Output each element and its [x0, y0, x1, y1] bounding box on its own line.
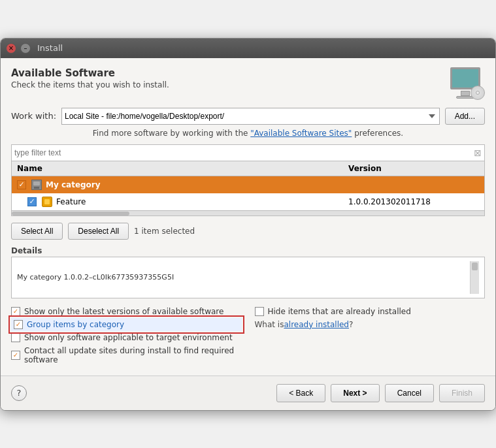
- select-all-button[interactable]: Select All: [11, 223, 63, 240]
- footer-buttons: < Back Next > Cancel Finish: [276, 384, 485, 402]
- header-text: Available Software Check the items that …: [11, 67, 169, 89]
- feature-version: 1.0.0.201302011718: [348, 197, 479, 206]
- footer-left: ?: [11, 385, 27, 401]
- col-name: Name: [17, 164, 348, 173]
- window-title: Install: [37, 43, 490, 53]
- contact-sites-label: Contact all update sites during install …: [24, 346, 242, 364]
- details-section: Details My category 1.0.0.2–cL0Ik6773593…: [11, 246, 485, 298]
- filter-row: ⊠: [11, 144, 485, 161]
- hide-installed-checkbox[interactable]: [255, 307, 264, 316]
- options-section: ✓ Show only the latest versions of avail…: [11, 305, 485, 366]
- show-latest-label: Show only the latest versions of availab…: [24, 307, 223, 316]
- header-section: Available Software Check the items that …: [11, 67, 485, 100]
- close-button[interactable]: ×: [6, 43, 16, 54]
- group-items-checkbox[interactable]: ✓: [14, 320, 23, 329]
- deselect-all-button[interactable]: Deselect All: [68, 223, 129, 240]
- monitor-icon: [446, 67, 485, 100]
- add-button[interactable]: Add...: [445, 108, 485, 125]
- details-label: Details: [11, 246, 485, 255]
- footer-section: ? < Back Next > Cancel Finish: [1, 376, 495, 410]
- work-with-select[interactable]: Local Site - file:/home/vogella/Desktop/…: [61, 108, 440, 125]
- software-sites-text: Find more software by working with the: [93, 129, 250, 138]
- selected-count: 1 item selected: [134, 227, 195, 236]
- contact-sites-checkbox[interactable]: ✓: [11, 351, 20, 360]
- help-button[interactable]: ?: [11, 385, 27, 401]
- back-button[interactable]: < Back: [276, 384, 325, 402]
- col-version: Version: [348, 164, 479, 173]
- table-scrollbar[interactable]: [11, 211, 485, 216]
- show-latest-row: ✓ Show only the latest versions of avail…: [11, 305, 242, 318]
- feature-name: Feature: [56, 197, 86, 206]
- table-header: Name Version: [12, 161, 484, 176]
- category-checkbox[interactable]: ✓: [17, 180, 26, 189]
- row-name-category: ✓ My category: [17, 180, 348, 190]
- next-button[interactable]: Next >: [331, 384, 379, 402]
- monitor-stand: [461, 91, 470, 96]
- page-title: Available Software: [11, 67, 169, 79]
- selection-buttons-row: Select All Deselect All 1 item selected: [11, 223, 485, 240]
- table-row[interactable]: ✓ My category: [12, 176, 484, 193]
- show-latest-checkbox[interactable]: ✓: [11, 307, 20, 316]
- work-with-row: Work with: Local Site - file:/home/vogel…: [11, 108, 485, 125]
- category-name: My category: [46, 180, 101, 189]
- filter-clear-icon[interactable]: ⊠: [474, 148, 482, 158]
- software-sites-suffix: preferences.: [354, 129, 403, 138]
- group-items-label: Group items by category: [27, 320, 124, 329]
- filter-input[interactable]: [14, 148, 474, 157]
- row-name-feature: ✓ Feature: [27, 197, 348, 207]
- what-is-row: What is already installed ?: [255, 318, 486, 331]
- scrollbar-thumb: [12, 212, 129, 216]
- what-is-suffix: ?: [349, 320, 353, 329]
- software-sites-link[interactable]: "Available Software Sites": [250, 129, 352, 138]
- software-table: Name Version ✓ My category ✓: [11, 161, 485, 211]
- minimize-button[interactable]: –: [20, 43, 31, 54]
- already-installed-link[interactable]: already installed: [284, 320, 349, 329]
- feature-checkbox[interactable]: ✓: [27, 197, 37, 206]
- details-value: My category 1.0.0.2–cL0Ik67735937355G5I: [17, 273, 174, 281]
- hide-installed-row: Hide items that are already installed: [255, 305, 486, 318]
- feature-icon: [42, 197, 52, 207]
- software-sites-row: Find more software by working with the "…: [11, 129, 485, 138]
- footer: ? < Back Next > Cancel Finish: [11, 384, 485, 402]
- details-scrollbar[interactable]: [470, 261, 479, 294]
- details-wrapper: My category 1.0.0.2–cL0Ik67735937355G5I: [11, 257, 485, 298]
- hide-installed-label: Hide items that are already installed: [268, 307, 411, 316]
- left-options: ✓ Show only the latest versions of avail…: [11, 305, 242, 366]
- table-row[interactable]: ✓ Feature 1.0.0.201302011718: [12, 193, 484, 210]
- page-subtitle: Check the items that you wish to install…: [11, 80, 169, 89]
- options-two-col: ✓ Show only the latest versions of avail…: [11, 305, 485, 366]
- category-icon: [31, 180, 42, 190]
- show-applicable-label: Show only software applicable to target …: [24, 333, 233, 342]
- what-is-text: What is: [255, 320, 284, 329]
- contact-sites-row: ✓ Contact all update sites during instal…: [11, 344, 242, 366]
- close-icon: ×: [8, 44, 14, 52]
- group-items-row[interactable]: ✓ Group items by category: [11, 318, 242, 331]
- finish-button[interactable]: Finish: [439, 384, 485, 402]
- install-window: × – Install Available Software Check the…: [0, 38, 496, 411]
- titlebar: × – Install: [1, 39, 495, 58]
- show-applicable-checkbox[interactable]: [11, 333, 20, 342]
- show-applicable-row: Show only software applicable to target …: [11, 331, 242, 344]
- right-options: Hide items that are already installed Wh…: [255, 305, 486, 366]
- minimize-icon: –: [24, 44, 27, 52]
- cd-inner: [476, 91, 480, 95]
- main-content: Available Software Check the items that …: [1, 58, 495, 376]
- cancel-button[interactable]: Cancel: [385, 384, 434, 402]
- cd-icon: [471, 86, 485, 100]
- work-with-label: Work with:: [11, 111, 56, 121]
